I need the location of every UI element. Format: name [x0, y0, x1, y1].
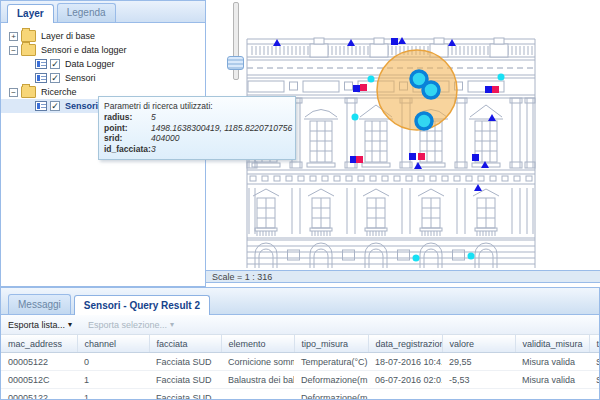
cell[interactable]: Sog... — [589, 371, 600, 389]
layer-checkbox[interactable] — [50, 101, 60, 111]
cell[interactable]: Cornicione somm... — [221, 353, 294, 371]
cell[interactable]: 06-07-2016 02:0... — [368, 371, 442, 389]
sensor-marker-dot-cyan[interactable] — [352, 114, 359, 121]
layer-icon — [35, 59, 47, 69]
sensor-marker-triangle-blue[interactable] — [347, 39, 355, 46]
tooltip-row: id_facciata: 3 — [104, 144, 290, 155]
sensor-marker-triangle-blue[interactable] — [448, 39, 456, 46]
sensor-marker-square-blue[interactable] — [485, 86, 492, 93]
sensor-marker-square-red[interactable] — [360, 84, 367, 91]
tree-item-sensori-e-data-logger[interactable]: Sensori e data logger — [1, 43, 205, 57]
sensor-marker-square-blue[interactable] — [472, 154, 479, 161]
sensor-marker-square-blue[interactable] — [350, 156, 357, 163]
map-scale-label: Scale = 1 : 316 — [206, 270, 600, 283]
col-data-registrazione[interactable]: data_registrazione — [368, 335, 442, 353]
col-valore[interactable]: valore — [442, 335, 515, 353]
cell[interactable]: Misura valida — [515, 371, 589, 389]
cell[interactable] — [589, 389, 600, 400]
cell[interactable]: Sog... — [589, 353, 600, 371]
tooltip-row: radius: 5 — [104, 112, 290, 123]
sensor-marker-square-red[interactable] — [356, 156, 363, 163]
cell[interactable] — [515, 389, 589, 400]
sensor-marker-square-blue[interactable] — [391, 38, 398, 45]
cell[interactable]: 29,55 — [442, 353, 515, 371]
cell[interactable]: 0000512C — [1, 371, 77, 389]
col-channel[interactable]: channel — [77, 335, 149, 353]
cell[interactable]: 00005122 — [1, 353, 77, 371]
table-row[interactable]: 00005122 0 Facciata SUD Cornicione somm.… — [1, 353, 600, 371]
search-params-tooltip: Parametri di ricerca utilizzati: radius:… — [98, 96, 296, 160]
esporta-lista-button[interactable]: Esporta lista... — [8, 320, 72, 330]
sensor-marker-square-blue[interactable] — [353, 85, 360, 92]
cell[interactable]: 0 — [77, 353, 149, 371]
tooltip-row: point: 1498.1638300419, 1185.8220710756 — [104, 123, 290, 134]
cell[interactable] — [368, 389, 442, 400]
sensor-markers-layer — [273, 37, 505, 262]
sensor-marker-dot-cyan[interactable] — [468, 253, 475, 260]
sensor-marker-triangle-blue[interactable] — [273, 39, 281, 46]
tree-item-data-logger[interactable]: Data Logger — [1, 57, 205, 71]
layer-checkbox[interactable] — [50, 59, 60, 69]
tab-sensori-query-result-2[interactable]: Sensori - Query Result 2 — [74, 295, 210, 315]
col-elemento[interactable]: elemento — [221, 335, 294, 353]
results-panel: Messaggi Sensori - Query Result 2 Esport… — [0, 287, 600, 400]
cell[interactable] — [221, 389, 294, 400]
gis-sensor-monitoring-app: { "left_panel": { "tabs": [ {"label": "L… — [0, 0, 600, 400]
col-tipo-misura[interactable]: tipo_misura — [294, 335, 368, 353]
tree-item-layer-di-base[interactable]: Layer di base — [1, 29, 205, 43]
folder-icon — [21, 44, 36, 56]
cell[interactable]: Misura valida — [515, 353, 589, 371]
sensor-marker-dot-cyan[interactable] — [413, 255, 420, 262]
tooltip-row: srid: 404000 — [104, 133, 290, 144]
esporta-selezione-button[interactable]: Esporta selezione... — [88, 320, 174, 330]
cell[interactable]: Facciata SUD — [149, 389, 221, 400]
cell[interactable]: -5,53 — [442, 371, 515, 389]
query-result-sensor[interactable] — [416, 113, 432, 129]
zoom-slider-handle[interactable] — [227, 56, 244, 70]
tooltip-title: Parametri di ricerca utilizzati: — [104, 101, 290, 111]
col-mac-address[interactable]: mac_address — [1, 335, 77, 353]
table-header-row: mac_address channel facciata elemento ti… — [1, 335, 600, 353]
map-zoom-slider[interactable] — [226, 2, 244, 80]
expand-plus-icon[interactable] — [9, 32, 18, 41]
collapse-minus-icon[interactable] — [9, 88, 18, 97]
query-result-sensor[interactable] — [423, 82, 439, 98]
sensor-marker-square-red[interactable] — [492, 86, 499, 93]
col-tipo[interactable]: tipo — [589, 335, 600, 353]
col-validita-misura[interactable]: validita_misura — [515, 335, 589, 353]
cell[interactable] — [442, 389, 515, 400]
results-table: mac_address channel facciata elemento ti… — [1, 335, 600, 400]
folder-icon — [21, 86, 36, 98]
tab-layer[interactable]: Layer — [7, 4, 54, 23]
layer-panel-tabstrip: Layer Legenda — [1, 1, 205, 23]
cell[interactable]: Facciata SUD — [149, 371, 221, 389]
sensor-marker-triangle-blue[interactable] — [474, 184, 482, 191]
sensor-marker-triangle-blue[interactable] — [488, 114, 496, 121]
tree-item-sensori[interactable]: Sensori — [1, 71, 205, 85]
layer-checkbox[interactable] — [50, 73, 60, 83]
results-panel-tabstrip: Messaggi Sensori - Query Result 2 — [1, 288, 599, 315]
cell[interactable]: Deformazione(m... — [294, 371, 368, 389]
table-row[interactable]: 0000512C 1 Facciata SUD Balaustra dei ba… — [1, 371, 600, 389]
cell[interactable]: 18-07-2016 10:4... — [368, 353, 442, 371]
table-row[interactable]: 00005122 1 Facciata SUD Deformazione(m..… — [1, 389, 600, 400]
cell[interactable]: Balaustra dei bal... — [221, 371, 294, 389]
cell[interactable]: Temperatura(°C) — [294, 353, 368, 371]
collapse-minus-icon[interactable] — [9, 46, 18, 55]
sensor-marker-square-red[interactable] — [418, 153, 425, 160]
cell[interactable]: Facciata SUD — [149, 353, 221, 371]
sensor-marker-dot-cyan[interactable] — [498, 74, 505, 81]
tab-legenda[interactable]: Legenda — [57, 3, 116, 22]
cell[interactable]: 1 — [77, 371, 149, 389]
layer-icon — [35, 101, 47, 111]
sensor-marker-triangle-blue[interactable] — [398, 37, 406, 44]
cell[interactable]: 00005122 — [1, 389, 77, 400]
col-facciata[interactable]: facciata — [149, 335, 221, 353]
tab-messaggi[interactable]: Messaggi — [8, 294, 71, 314]
results-toolbar: Esporta lista... Esporta selezione... — [1, 315, 599, 335]
sensor-marker-dot-cyan[interactable] — [368, 76, 375, 83]
cell[interactable]: 1 — [77, 389, 149, 400]
sensor-marker-square-blue[interactable] — [409, 153, 416, 160]
layer-icon — [35, 73, 47, 83]
cell[interactable]: Deformazione(m... — [294, 389, 368, 400]
